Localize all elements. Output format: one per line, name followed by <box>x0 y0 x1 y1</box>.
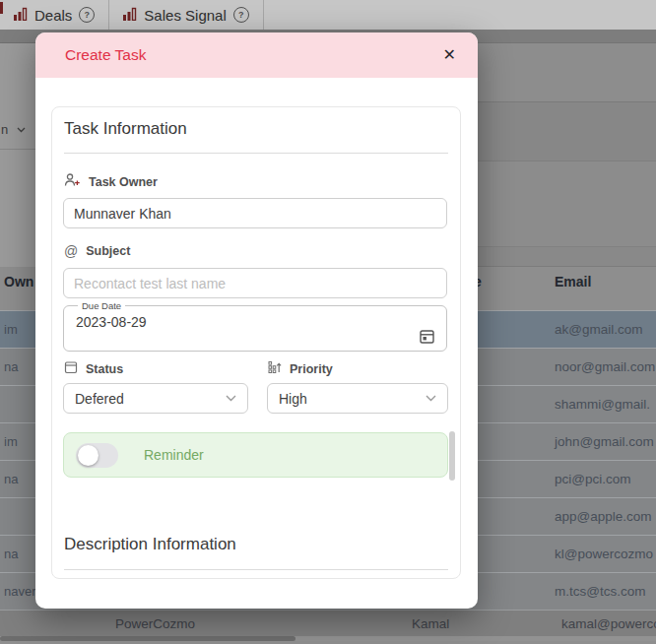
task-form-card: Task Information Task Owner @ Subject Du… <box>51 106 461 579</box>
priority-label-row: Priority <box>268 360 333 378</box>
due-date-input[interactable] <box>74 311 401 330</box>
at-icon: @ <box>64 243 78 259</box>
tab-sales-signal[interactable]: Sales Signal ? <box>109 0 263 30</box>
chevron-down-icon <box>17 127 26 133</box>
tab-label: Sales Signal <box>144 7 226 24</box>
priority-select[interactable]: High <box>267 383 448 414</box>
close-icon[interactable]: ✕ <box>439 45 460 65</box>
task-owner-label-row: Task Owner <box>64 172 158 192</box>
help-icon[interactable]: ? <box>233 7 249 23</box>
table-row[interactable]: PowerCozmo Kamal kamal@powerco <box>0 610 656 637</box>
section-title-task-information: Task Information <box>64 119 187 139</box>
status-label: Status <box>86 362 123 376</box>
cell-email: m.tcs@tcs.com <box>555 584 645 599</box>
top-tab-bar: Deals ? Sales Signal ? <box>0 0 656 31</box>
chevron-down-icon <box>426 395 436 402</box>
status-calendar-icon <box>64 360 78 378</box>
cell-email: kl@powercozmo <box>555 547 653 561</box>
subject-label: Subject <box>86 244 130 258</box>
clipped-tab-icon <box>0 2 3 14</box>
person-add-icon <box>64 172 81 192</box>
left-panel: n <box>0 42 35 267</box>
reminder-toggle[interactable] <box>76 443 118 468</box>
column-header-owner[interactable]: Own <box>4 274 33 290</box>
task-owner-input[interactable] <box>63 198 447 228</box>
column-header-email[interactable]: Email <box>555 274 591 290</box>
cell-email: john@gmail.com <box>555 434 654 449</box>
reminder-panel: Reminder <box>63 432 448 478</box>
cell-owner: naver <box>4 584 36 599</box>
cell-owner: na <box>4 359 18 374</box>
cell-name: Kamal <box>412 616 449 631</box>
dialog-header: Create Task ✕ <box>35 32 478 78</box>
priority-selected-value: High <box>279 391 307 407</box>
bar-chart-icon <box>123 7 137 24</box>
status-label-row: Status <box>64 360 123 378</box>
cell-company: PowerCozmo <box>115 616 195 631</box>
calendar-icon[interactable] <box>419 328 435 349</box>
help-icon[interactable]: ? <box>79 7 95 23</box>
cell-email: shammi@gmail. <box>555 397 650 412</box>
status-select[interactable]: Defered <box>63 383 248 414</box>
dropdown-label: n <box>1 122 8 137</box>
cell-email: pci@pci.com <box>555 472 630 486</box>
cell-email: kamal@powerco <box>561 616 656 631</box>
task-owner-label: Task Owner <box>89 175 158 189</box>
status-selected-value: Defered <box>75 391 124 407</box>
toggle-knob[interactable] <box>78 445 98 466</box>
filter-dropdown[interactable]: n <box>1 122 26 137</box>
tab-label: Deals <box>34 7 72 24</box>
cell-email: app@apple.com <box>555 509 652 524</box>
subject-input[interactable] <box>63 268 447 298</box>
priority-label: Priority <box>290 362 333 376</box>
create-task-dialog: Create Task ✕ Task Information Task Owne… <box>35 32 478 609</box>
divider <box>64 569 448 570</box>
modal-scrollbar-thumb[interactable] <box>449 431 455 481</box>
due-date-label: Due Date <box>78 300 125 311</box>
section-title-description-information: Description Information <box>64 535 236 554</box>
priority-icon <box>268 360 282 378</box>
screen: Deals ? Sales Signal ? n Own e Email im … <box>0 0 656 644</box>
subject-label-row: @ Subject <box>64 243 130 259</box>
chevron-down-icon <box>226 395 236 402</box>
due-date-field[interactable]: Due Date <box>63 300 447 352</box>
reminder-label: Reminder <box>144 447 204 463</box>
tab-deals[interactable]: Deals ? <box>0 0 109 30</box>
cell-owner: im <box>4 322 18 337</box>
divider <box>0 149 35 150</box>
cell-owner: na <box>4 472 18 486</box>
divider <box>64 153 448 154</box>
cell-email: ak@gmail.com <box>555 322 642 337</box>
dialog-title: Create Task <box>65 46 146 64</box>
cell-owner: na <box>4 547 18 561</box>
cell-owner: im <box>4 434 18 449</box>
bar-chart-icon <box>14 7 28 24</box>
cell-email: noor@gmail.com <box>555 359 655 374</box>
